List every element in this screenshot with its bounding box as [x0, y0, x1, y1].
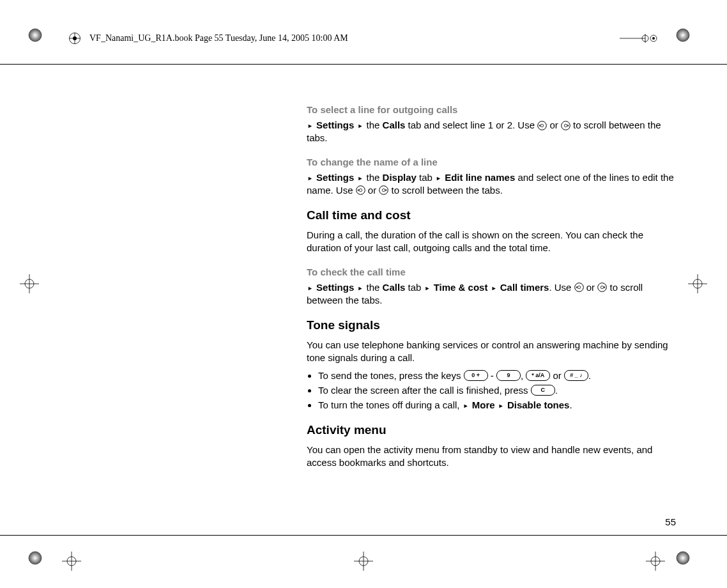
bullet-list: To send the tones, press the keys 0 + - … — [307, 369, 677, 412]
dpad-right-icon — [597, 282, 607, 292]
page: VF_Nanami_UG_R1A.book Page 55 Tuesday, J… — [0, 0, 727, 588]
nav-arrow-icon: ► — [307, 122, 313, 130]
header-filename: VF_Nanami_UG_R1A.book Page 55 Tuesday, J… — [89, 33, 348, 43]
svg-point-9 — [29, 29, 42, 42]
text: tab — [417, 172, 435, 183]
nav-arrow-icon: ► — [491, 284, 497, 292]
heading-tone-signals: Tone signals — [307, 318, 677, 332]
label-disable-tones: Disable tones — [507, 399, 570, 410]
nav-arrow-icon: ► — [307, 174, 313, 182]
label-more: More — [472, 399, 495, 410]
svg-point-37 — [578, 286, 580, 288]
dpad-left-icon — [574, 282, 584, 292]
list-item: To turn the tones off during a call, ► M… — [318, 398, 677, 412]
text: or — [584, 282, 598, 293]
paragraph: You can open the activity menu from stan… — [307, 444, 677, 470]
nav-arrow-icon: ► — [498, 402, 504, 410]
page-number: 55 — [665, 516, 676, 527]
label-calls: Calls — [383, 120, 406, 130]
text: . — [569, 399, 572, 410]
nav-arrow-icon: ► — [357, 122, 363, 130]
paragraph: You can use telephone banking services o… — [307, 339, 677, 365]
dpad-left-icon — [356, 185, 365, 195]
svg-point-29 — [541, 124, 544, 127]
label-call-timers: Call timers — [500, 282, 549, 293]
svg-point-17 — [29, 552, 42, 564]
key-star-icon: * a/A — [526, 370, 550, 381]
dpad-right-icon — [379, 185, 388, 195]
nav-arrow-icon: ► — [357, 284, 363, 292]
label-edit-line-names: Edit line names — [445, 172, 515, 183]
label-settings: Settings — [316, 172, 354, 183]
key-hash-icon: # _ ♪ — [564, 370, 588, 381]
text: or — [365, 185, 379, 196]
text: , — [521, 370, 526, 381]
book-mark-icon — [69, 33, 80, 44]
key-c-icon: C — [531, 385, 555, 396]
crop-cross-icon — [351, 548, 376, 574]
text: to scroll between the tabs. — [388, 185, 502, 196]
text: the — [364, 172, 382, 183]
label-time-cost: Time & cost — [434, 282, 488, 293]
text: the — [364, 120, 382, 130]
content-area: To select a line for outgoing calls ► Se… — [307, 93, 677, 473]
dpad-left-icon — [537, 121, 547, 130]
svg-point-39 — [601, 286, 604, 288]
header-right-mark-icon — [620, 33, 658, 44]
crop-mark-icon — [675, 550, 700, 575]
paragraph: ► Settings ► the Calls tab and select li… — [307, 119, 677, 145]
svg-point-35 — [383, 189, 385, 192]
subheading-check-call-time: To check the call time — [307, 267, 677, 277]
text: - — [488, 370, 496, 381]
label-settings: Settings — [316, 282, 354, 293]
label-display: Display — [383, 172, 417, 183]
paragraph: During a call, the duration of the call … — [307, 229, 677, 255]
crop-mark-icon — [675, 27, 700, 52]
text: the — [364, 282, 382, 293]
text: To clear the screen after the call is fi… — [318, 385, 531, 396]
svg-point-8 — [652, 37, 655, 40]
list-item: To send the tones, press the keys 0 + - … — [318, 369, 677, 382]
crop-mark-icon — [27, 27, 52, 52]
key-nine-icon: 9 — [496, 370, 521, 381]
nav-arrow-icon: ► — [436, 174, 441, 182]
text: tab and select line 1 or 2. Use — [405, 120, 537, 130]
nav-arrow-icon: ► — [463, 402, 469, 410]
dpad-right-icon — [561, 121, 570, 130]
svg-point-33 — [359, 189, 362, 192]
header-bar: VF_Nanami_UG_R1A.book Page 55 Tuesday, J… — [69, 29, 658, 47]
crop-mark-icon — [27, 550, 52, 575]
list-item: To clear the screen after the call is fi… — [318, 383, 677, 397]
crop-rule-bottom — [0, 535, 727, 536]
text: . — [588, 370, 591, 381]
label-calls: Calls — [383, 282, 406, 293]
crop-cross-icon — [17, 271, 42, 297]
svg-point-27 — [677, 552, 689, 564]
subheading-select-line: To select a line for outgoing calls — [307, 104, 677, 115]
text: or — [547, 120, 561, 130]
nav-arrow-icon: ► — [357, 174, 363, 182]
crop-cross-icon — [685, 271, 710, 297]
crop-cross-icon — [59, 548, 84, 574]
svg-point-31 — [564, 124, 567, 127]
text: . — [555, 385, 558, 396]
svg-point-10 — [677, 29, 689, 42]
heading-call-time-cost: Call time and cost — [307, 208, 677, 222]
text: or — [550, 370, 564, 381]
nav-arrow-icon: ► — [307, 284, 313, 292]
crop-cross-icon — [643, 548, 668, 574]
paragraph: ► Settings ► the Display tab ► Edit line… — [307, 171, 677, 197]
key-zero-icon: 0 + — [464, 370, 488, 381]
text: To turn the tones off during a call, — [318, 399, 463, 410]
crop-rule-top — [0, 64, 727, 65]
text: . Use — [549, 282, 574, 293]
label-settings: Settings — [316, 120, 354, 130]
subheading-change-name: To change the name of a line — [307, 157, 677, 167]
paragraph: ► Settings ► the Calls tab ► Time & cost… — [307, 281, 677, 307]
heading-activity-menu: Activity menu — [307, 423, 677, 437]
text: To send the tones, press the keys — [318, 370, 464, 381]
text: tab — [405, 282, 424, 293]
nav-arrow-icon: ► — [425, 284, 431, 292]
